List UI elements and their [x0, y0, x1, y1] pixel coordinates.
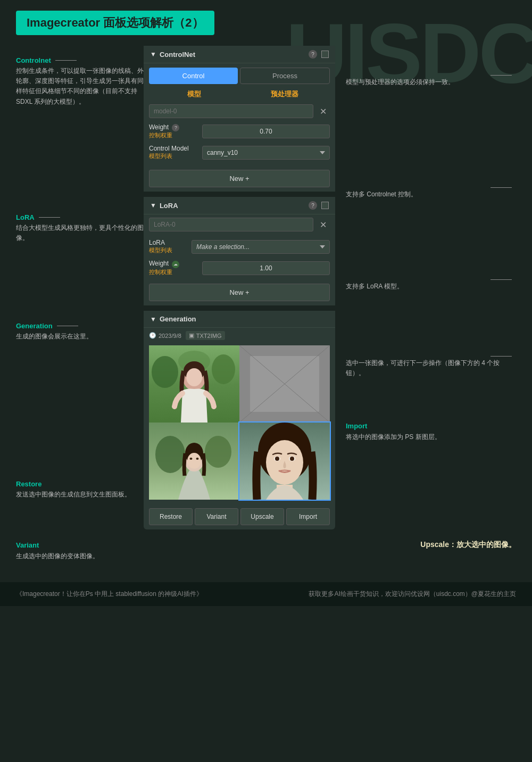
annotation-lora-line — [39, 217, 60, 218]
generation-section: ▼ Generation 🕑 2023/9/8 ▣ TXT2IMG — [144, 311, 335, 529]
controlnet-section: ▼ ControlNet ? Control Process 模型 预处理器 — [144, 46, 335, 192]
controlnet-header[interactable]: ▼ ControlNet ? — [144, 46, 335, 63]
gen-image-4[interactable] — [239, 423, 330, 500]
weight-label-text: Weight — [149, 123, 169, 131]
generation-chevron-icon: ▼ — [150, 316, 156, 323]
bottom-annotations: Variant 生成选中的图像的变体图像。 Upscale：放大选中的图像。 — [0, 535, 532, 572]
annotation-controlnet-line — [55, 60, 77, 61]
right-annotation-model-preprocessor: 模型与预处理器的选项必须保持一致。 — [346, 75, 516, 87]
lora-weight-label-orange: 控制权重 — [149, 268, 202, 276]
control-model-select[interactable]: canny_v10 — [202, 146, 330, 160]
lora-weight-label-wrapper: Weight ☁ 控制权重 — [149, 260, 202, 276]
lora-select[interactable]: Make a selection... — [192, 240, 330, 254]
import-title: Import — [346, 422, 367, 430]
svg-point-25 — [290, 457, 294, 461]
lora-weight-label-text: Weight — [149, 260, 169, 267]
connector-line-2 — [491, 187, 512, 188]
lora-title: LoRA — [160, 202, 306, 210]
weight-row: Weight ? 控制权重 — [144, 120, 335, 143]
annotation-controlnet-title: Controlnet — [16, 56, 51, 64]
gen-image-3[interactable] — [149, 423, 239, 500]
restore-button[interactable]: Restore — [149, 508, 193, 525]
lora-weight-row: Weight ☁ 控制权重 — [144, 256, 335, 279]
main-content: Controlnet 控制生成条件，可以提取一张图像的线稿、外轮廓、深度图等特征… — [0, 40, 532, 535]
weight-label-wrapper: Weight ? 控制权重 — [149, 123, 202, 139]
lora-checkbox[interactable] — [321, 202, 329, 209]
right-annotation-desc-import: 将选中的图像添加为 PS 新图层。 — [346, 432, 516, 442]
lora-close-button[interactable]: ✕ — [317, 219, 330, 231]
connector-line-4 — [491, 356, 512, 357]
control-model-label-text: Control Model — [149, 145, 189, 152]
right-annotation-multi-lora: 支持多 LoRA 模型。 — [346, 279, 516, 292]
controlnet-checkbox[interactable] — [321, 51, 329, 58]
upscale-desc: Upscale：放大选中的图像。 — [420, 540, 516, 550]
gen-image-1[interactable] — [149, 345, 239, 423]
controlnet-help-icon[interactable]: ? — [309, 50, 317, 59]
controlnet-new-button[interactable]: New + — [149, 170, 330, 187]
weight-label-orange: 控制权重 — [149, 131, 202, 139]
generation-title: Generation — [160, 315, 329, 323]
header: Imagecreator 面板选项解析（2） — [0, 0, 532, 40]
weight-help-icon: ? — [172, 124, 179, 131]
annotation-lora-desc: 结合大模型生成风格更独特，更具个性化的图像。 — [16, 223, 144, 243]
lora-new-button[interactable]: New + — [149, 284, 330, 301]
tab-control[interactable]: Control — [149, 68, 238, 84]
gen-image-1-svg — [149, 345, 239, 423]
variant-button[interactable]: Variant — [195, 508, 238, 525]
generation-type: ▣ TXT2IMG — [186, 331, 225, 340]
annotation-restore-head: Restore — [16, 480, 144, 488]
gen-image-4-svg — [239, 423, 330, 500]
annotation-restore-desc: 发送选中图像的生成信息到文生图面板。 — [16, 490, 144, 500]
annotation-controlnet-head: Controlnet — [16, 56, 144, 64]
svg-point-16 — [187, 453, 201, 469]
lora-id-row: ✕ — [144, 214, 335, 235]
generation-date: 🕑 2023/9/8 — [149, 332, 181, 339]
upscale-button[interactable]: Upscale — [240, 508, 284, 525]
right-annotation-multi-controlnet: 支持多 Controlnet 控制。 — [346, 187, 516, 200]
clock-icon: 🕑 — [149, 332, 156, 339]
tab-process[interactable]: Process — [240, 68, 330, 84]
lora-header[interactable]: ▼ LoRA ? — [144, 197, 335, 214]
right-annotation-desc-3: 支持多 LoRA 模型。 — [346, 281, 516, 292]
lora-label-text: LoRA — [149, 239, 165, 246]
weight-input[interactable] — [202, 125, 330, 138]
right-annotation-line-2 — [346, 187, 516, 188]
footer-left-text: 《Imagecreator！让你在Ps 中用上 stablediffusion … — [16, 590, 203, 599]
controlnet-close-button[interactable]: ✕ — [317, 105, 330, 118]
page-title: Imagecreator 面板选项解析（2） — [27, 16, 204, 29]
annotation-generation-head: Generation — [16, 322, 144, 330]
controlnet-title: ControlNet — [160, 51, 306, 59]
annotation-controlnet-desc: 控制生成条件，可以提取一张图像的线稿、外轮廓、深度图等特征，引导生成另一张具有同… — [16, 66, 144, 107]
label-model: 模型 — [149, 89, 239, 99]
annotation-restore-title: Restore — [16, 480, 41, 488]
lora-select-label-orange: 模型列表 — [149, 246, 192, 254]
label-preprocessor: 预处理器 — [239, 89, 330, 99]
svg-point-13 — [205, 436, 231, 468]
lora-help-icon[interactable]: ? — [309, 201, 317, 210]
annotation-generation-line — [57, 326, 78, 326]
lora-select-label-wrapper: LoRA 模型列表 — [149, 239, 192, 254]
header-title-box: Imagecreator 面板选项解析（2） — [16, 11, 214, 35]
svg-point-17 — [190, 458, 193, 460]
import-button[interactable]: Import — [286, 508, 330, 525]
lora-id-input — [149, 218, 313, 231]
controlnet-chevron-icon: ▼ — [150, 51, 156, 58]
connector-line-3 — [491, 279, 512, 280]
controlnet-tabs: Control Process — [144, 63, 335, 88]
annotation-controlnet: Controlnet 控制生成条件，可以提取一张图像的线稿、外轮廓、深度图等特征… — [16, 56, 144, 107]
lora-weight-input[interactable] — [202, 261, 330, 275]
right-annotation-select-image: 选中一张图像，可进行下一步操作（图像下方的 4 个按钮）。 — [346, 356, 516, 378]
gen-image-2[interactable] — [239, 345, 330, 423]
generation-header[interactable]: ▼ Generation — [144, 311, 335, 328]
controlnet-new-btn-row: New + — [144, 165, 335, 192]
control-model-label-orange: 模型列表 — [149, 152, 202, 160]
lora-chevron-icon: ▼ — [150, 202, 156, 209]
svg-point-6 — [186, 368, 202, 386]
left-annotations: Controlnet 控制生成条件，可以提取一张图像的线稿、外轮廓、深度图等特征… — [16, 46, 144, 529]
annotation-lora: LoRA 结合大模型生成风格更独特，更具个性化的图像。 — [16, 213, 144, 243]
right-annotation-desc-2: 支持多 Controlnet 控制。 — [346, 189, 516, 200]
action-buttons-row: Restore Variant Upscale Import — [144, 504, 335, 529]
annotation-lora-head: LoRA — [16, 213, 144, 221]
right-annotations: 模型与预处理器的选项必须保持一致。 支持多 Controlnet 控制。 支持多… — [335, 46, 516, 529]
model-input[interactable] — [149, 104, 313, 118]
